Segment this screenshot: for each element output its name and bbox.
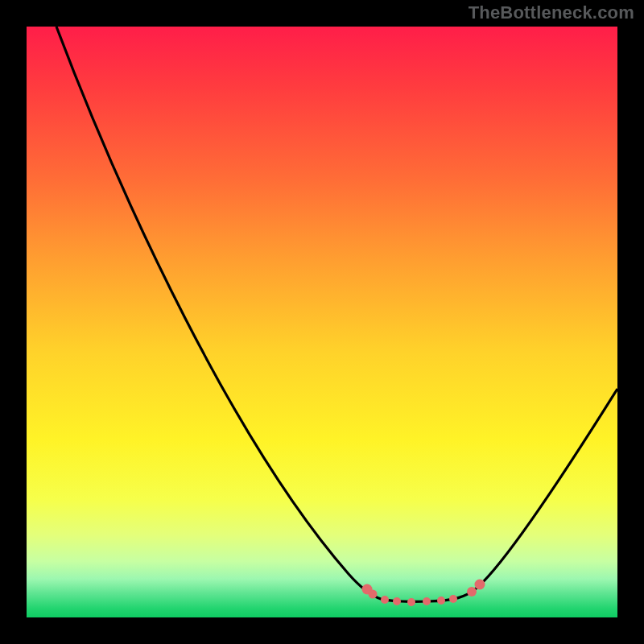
plot-area: [27, 27, 617, 617]
background-gradient: [27, 27, 617, 617]
svg-rect-0: [27, 27, 617, 617]
watermark-text: TheBottleneck.com: [469, 2, 634, 23]
chart-frame: TheBottleneck.com: [0, 0, 644, 644]
